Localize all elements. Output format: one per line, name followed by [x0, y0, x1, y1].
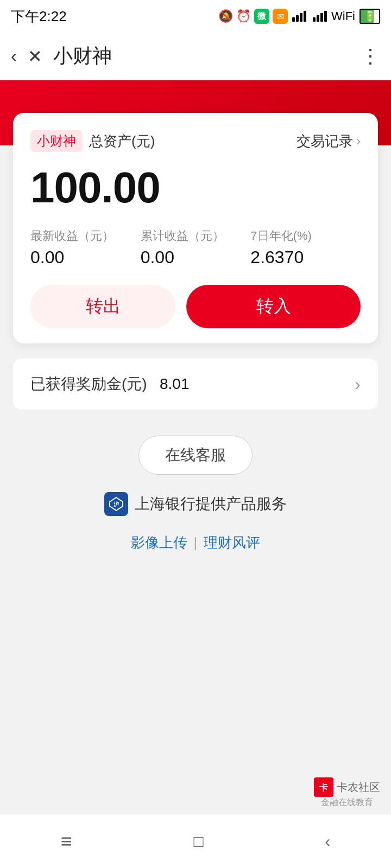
nav-bar: ‹ ✕ 小财神 ⋮: [0, 33, 391, 80]
link-divider: |: [194, 534, 198, 551]
wifi-icon: WiFi: [331, 9, 355, 23]
bottom-bar: ≡ □ ‹: [0, 814, 391, 868]
signal-bar-2: [296, 15, 299, 22]
total-amount: 100.00: [30, 163, 361, 213]
transaction-record-link[interactable]: 交易记录 ›: [297, 132, 361, 151]
system-back-button[interactable]: ‹: [325, 832, 330, 851]
main-card: 小财神 总资产(元) 交易记录 › 100.00 最新收益（元） 0.00 累计…: [13, 113, 378, 343]
chevron-right-icon: ›: [356, 133, 361, 149]
reward-row[interactable]: 已获得奖励金(元) 8.01 ›: [13, 359, 378, 410]
watermark-brand-icon: 卡: [314, 777, 333, 797]
latest-earnings-value: 0.00: [30, 247, 141, 267]
close-button[interactable]: ✕: [28, 46, 42, 67]
bank-logo: 沪: [104, 492, 128, 516]
reward-text: 已获得奖励金(元) 8.01: [30, 374, 190, 394]
wechat-icon: 微: [254, 9, 269, 24]
status-right: 🔕 ⏰ 微 ✉ WiFi 🔋: [218, 9, 380, 24]
links-row: 影像上传 | 理财风评: [131, 533, 261, 552]
bank-logo-icon: 沪: [106, 494, 126, 514]
watermark-brand-text: 卡农社区: [337, 780, 380, 795]
signal-bars-2: [313, 11, 327, 22]
signal-bar-4: [304, 11, 306, 22]
watermark-logo: 卡 卡农社区: [314, 777, 380, 797]
stats-row: 最新收益（元） 0.00 累计收益（元） 0.00 7日年化(%) 2.6370: [30, 228, 361, 267]
transfer-out-button[interactable]: 转出: [30, 285, 175, 328]
signal-bar2-1: [313, 17, 316, 22]
battery-icon: 🔋: [360, 9, 380, 24]
status-bar: 下午2:22 🔕 ⏰ 微 ✉ WiFi 🔋: [0, 0, 391, 33]
svg-text:卡: 卡: [319, 783, 329, 792]
latest-earnings-label: 最新收益（元）: [30, 228, 141, 244]
annual-rate-label: 7日年化(%): [250, 228, 361, 244]
signal-bar-1: [292, 17, 295, 22]
watermark-sub-text: 金融在线教育: [321, 797, 373, 808]
reward-chevron-icon: ›: [355, 374, 361, 394]
signal-bar2-3: [320, 13, 323, 22]
service-section: 在线客服 沪 上海银行提供产品服务 影像上传 | 理财风评: [0, 436, 391, 552]
transaction-record-text: 交易记录: [297, 132, 353, 151]
cumulative-earnings-value: 0.00: [141, 247, 251, 267]
signal-bar2-2: [317, 15, 319, 22]
card-header-left: 小财神 总资产(元): [30, 130, 155, 152]
transfer-in-button[interactable]: 转入: [186, 285, 361, 328]
card-header: 小财神 总资产(元) 交易记录 ›: [30, 130, 361, 152]
signal-bars: [292, 11, 306, 22]
bank-info: 沪 上海银行提供产品服务: [104, 492, 287, 516]
annual-rate-value: 2.6370: [250, 247, 361, 267]
status-icons: 🔕 ⏰ 微 ✉: [218, 9, 288, 24]
status-time: 下午2:22: [11, 7, 67, 26]
signal-bar2-4: [324, 11, 327, 22]
message-icon: ✉: [273, 9, 288, 24]
cumulative-earnings-item: 累计收益（元） 0.00: [141, 228, 251, 267]
more-button[interactable]: ⋮: [361, 45, 380, 68]
card-subtitle: 总资产(元): [89, 132, 155, 151]
reward-prefix: 已获得奖励金(元): [30, 375, 147, 392]
watermark: 卡 卡农社区 金融在线教育: [314, 777, 380, 808]
online-service-button[interactable]: 在线客服: [138, 436, 253, 475]
cumulative-earnings-label: 累计收益（元）: [141, 228, 251, 244]
bell-icon: 🔕: [218, 9, 233, 23]
home-button[interactable]: □: [193, 832, 203, 851]
product-tag: 小财神: [30, 130, 83, 152]
annual-rate-item: 7日年化(%) 2.6370: [250, 228, 361, 267]
image-upload-link[interactable]: 影像上传: [131, 533, 187, 552]
latest-earnings-item: 最新收益（元） 0.00: [30, 228, 141, 267]
page-title: 小财神: [53, 43, 361, 69]
action-buttons: 转出 转入: [30, 285, 361, 328]
bank-provider-text: 上海银行提供产品服务: [135, 494, 287, 514]
financial-assessment-link[interactable]: 理财风评: [204, 533, 260, 552]
svg-text:沪: 沪: [113, 501, 119, 507]
signal-bar-3: [300, 13, 302, 22]
reward-amount: 8.01: [160, 375, 190, 392]
clock-icon: ⏰: [236, 9, 251, 23]
menu-button[interactable]: ≡: [61, 830, 72, 853]
back-button[interactable]: ‹: [11, 46, 17, 66]
